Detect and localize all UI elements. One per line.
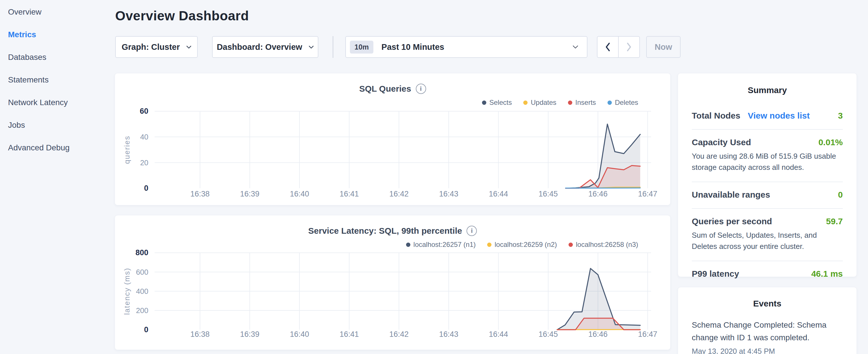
events-heading: Events xyxy=(692,299,843,309)
summary-description: You are using 28.6 MiB of 515.9 GiB usab… xyxy=(692,151,843,173)
svg-text:16:40: 16:40 xyxy=(290,330,309,339)
dashboard-dropdown-label: Dashboard: Overview xyxy=(217,42,302,52)
svg-text:16:38: 16:38 xyxy=(190,330,210,339)
chart-canvas: 020406016:3816:3916:4016:4116:4216:4316:… xyxy=(115,73,670,205)
summary-label: Capacity Used xyxy=(692,137,751,147)
summary-section-total-nodes: Total Nodes View nodes list 3 xyxy=(692,103,843,130)
svg-text:40: 40 xyxy=(140,133,149,141)
summary-section-p99: P99 latency 46.1 ms xyxy=(692,261,843,287)
svg-text:60: 60 xyxy=(140,107,149,116)
svg-text:16:46: 16:46 xyxy=(588,330,608,339)
summary-section-qps: Queries per second 59.7 Sum of Selects, … xyxy=(692,209,843,261)
svg-text:16:41: 16:41 xyxy=(340,190,359,198)
svg-text:0: 0 xyxy=(144,325,149,334)
time-range-badge: 10m xyxy=(350,41,373,54)
svg-text:16:38: 16:38 xyxy=(190,190,210,198)
now-button[interactable]: Now xyxy=(646,36,681,58)
summary-label: Queries per second xyxy=(692,217,772,226)
sidebar-item-jobs[interactable]: Jobs xyxy=(0,114,115,136)
time-step-buttons xyxy=(597,36,640,58)
summary-description: Sum of Selects, Updates, Inserts, and De… xyxy=(692,230,843,252)
summary-value: 46.1 ms xyxy=(811,269,843,279)
svg-text:16:40: 16:40 xyxy=(290,190,309,198)
time-step-back-button[interactable] xyxy=(597,37,618,57)
graph-scope-dropdown-label: Graph: Cluster xyxy=(122,42,180,52)
summary-label: P99 latency xyxy=(692,269,739,279)
summary-value: 0.01% xyxy=(818,137,843,147)
svg-text:16:45: 16:45 xyxy=(538,190,558,198)
svg-text:16:46: 16:46 xyxy=(588,190,608,198)
svg-text:16:47: 16:47 xyxy=(638,190,657,198)
summary-section-capacity: Capacity Used 0.01% You are using 28.6 M… xyxy=(692,130,843,182)
sidebar-item-metrics[interactable]: Metrics xyxy=(0,23,115,46)
event-message[interactable]: Schema Change Completed: Schema change w… xyxy=(692,319,843,344)
summary-value: 59.7 xyxy=(826,217,843,226)
summary-panel: Summary Total Nodes View nodes list 3 Ca… xyxy=(678,73,857,277)
svg-text:queries: queries xyxy=(123,135,131,164)
svg-text:16:44: 16:44 xyxy=(489,190,508,198)
chart-canvas: 020040060080016:3816:3916:4016:4116:4216… xyxy=(115,215,670,350)
sidebar-item-overview[interactable]: Overview xyxy=(0,1,115,23)
chevron-down-icon xyxy=(572,45,578,49)
page-title: Overview Dashboard xyxy=(115,8,249,24)
chevron-down-icon xyxy=(309,45,314,49)
time-range-label: Past 10 Minutes xyxy=(381,42,444,52)
time-step-forward-button[interactable] xyxy=(618,37,639,57)
time-range-dropdown[interactable]: 10m Past 10 Minutes xyxy=(345,36,587,58)
chevron-right-icon xyxy=(626,42,631,52)
sidebar-item-statements[interactable]: Statements xyxy=(0,68,115,91)
svg-text:20: 20 xyxy=(140,159,149,167)
summary-value: 3 xyxy=(838,111,843,121)
svg-text:16:42: 16:42 xyxy=(390,330,409,339)
sidebar-item-network-latency[interactable]: Network Latency xyxy=(0,91,115,114)
graph-scope-dropdown[interactable]: Graph: Cluster xyxy=(115,36,198,58)
sidebar: Overview Metrics Databases Statements Ne… xyxy=(0,0,115,354)
sidebar-item-databases[interactable]: Databases xyxy=(0,46,115,68)
event-timestamp: May 13, 2020 at 4:45 PM xyxy=(692,347,843,354)
events-panel: Events Schema Change Completed: Schema c… xyxy=(678,287,857,354)
summary-value: 0 xyxy=(838,190,843,200)
svg-text:200: 200 xyxy=(136,307,148,315)
controls-divider xyxy=(333,36,333,58)
svg-text:16:43: 16:43 xyxy=(439,330,458,339)
svg-text:16:39: 16:39 xyxy=(240,330,259,339)
service-latency-chart-panel: Service Latency: SQL, 99th percentile i … xyxy=(115,215,671,350)
svg-text:16:44: 16:44 xyxy=(489,330,508,339)
svg-text:800: 800 xyxy=(135,248,149,257)
svg-text:16:42: 16:42 xyxy=(390,190,409,198)
summary-heading: Summary xyxy=(692,85,843,95)
svg-text:16:43: 16:43 xyxy=(439,190,458,198)
sql-queries-chart-panel: SQL Queries i SelectsUpdatesInsertsDelet… xyxy=(115,73,671,205)
svg-text:0: 0 xyxy=(144,184,149,192)
summary-label: Total Nodes xyxy=(692,111,740,121)
chevron-left-icon xyxy=(605,42,610,52)
svg-text:latency (ms): latency (ms) xyxy=(123,267,131,315)
summary-section-unavailable-ranges: Unavailable ranges 0 xyxy=(692,182,843,209)
sidebar-item-advanced-debug[interactable]: Advanced Debug xyxy=(0,136,115,159)
svg-text:16:45: 16:45 xyxy=(538,330,558,339)
chevron-down-icon xyxy=(186,45,191,49)
view-nodes-list-link[interactable]: View nodes list xyxy=(748,111,810,121)
summary-label: Unavailable ranges xyxy=(692,190,770,200)
svg-text:16:47: 16:47 xyxy=(638,330,657,339)
svg-text:400: 400 xyxy=(136,287,148,295)
metrics-page: Overview Metrics Databases Statements Ne… xyxy=(0,0,868,354)
svg-text:600: 600 xyxy=(136,268,148,276)
dashboard-dropdown[interactable]: Dashboard: Overview xyxy=(212,36,318,58)
svg-text:16:41: 16:41 xyxy=(340,330,359,339)
svg-text:16:39: 16:39 xyxy=(240,190,259,198)
